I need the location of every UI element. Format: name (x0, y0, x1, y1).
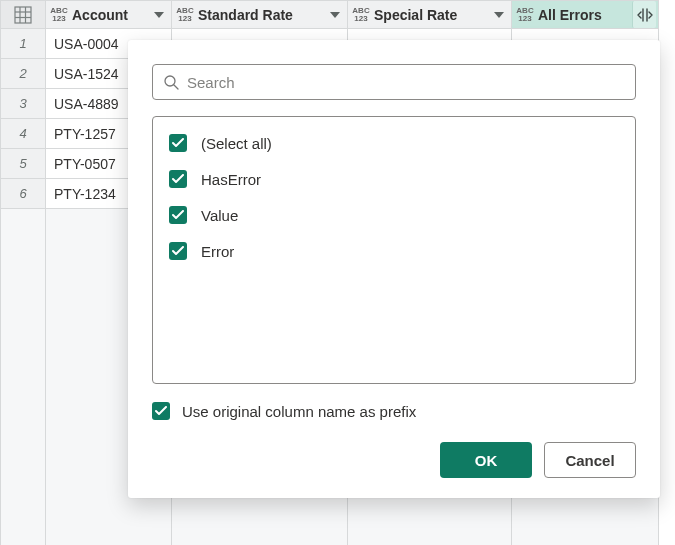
svg-line-6 (174, 85, 178, 89)
table-icon (14, 6, 32, 24)
row-number: 1 (1, 29, 46, 59)
expand-column-dialog: (Select all) HasError Value Error Use or… (128, 40, 660, 498)
column-header-special-rate[interactable]: ABC123 Special Rate (348, 1, 512, 29)
option-label: HasError (201, 171, 261, 188)
use-prefix-option[interactable]: Use original column name as prefix (152, 402, 636, 420)
select-all-cell[interactable] (1, 1, 46, 29)
search-icon (163, 74, 179, 90)
option-error[interactable]: Error (169, 239, 619, 263)
svg-rect-0 (15, 7, 31, 23)
row-number: 5 (1, 149, 46, 179)
option-select-all[interactable]: (Select all) (169, 131, 619, 155)
filter-dropdown-icon[interactable] (149, 5, 169, 25)
filter-dropdown-icon[interactable] (325, 5, 345, 25)
datatype-any-icon: ABC123 (176, 7, 194, 23)
column-label: Special Rate (374, 7, 485, 23)
search-input[interactable] (187, 74, 625, 91)
search-field-wrapper[interactable] (152, 64, 636, 100)
checkbox-checked-icon (169, 242, 187, 260)
checkbox-checked-icon (152, 402, 170, 420)
checkbox-checked-icon (169, 134, 187, 152)
column-label: Account (72, 7, 145, 23)
datatype-any-icon: ABC123 (352, 7, 370, 23)
row-number: 4 (1, 119, 46, 149)
row-number: 6 (1, 179, 46, 209)
datatype-any-icon: ABC123 (50, 7, 68, 23)
use-prefix-label: Use original column name as prefix (182, 403, 416, 420)
option-label: (Select all) (201, 135, 272, 152)
filter-dropdown-icon[interactable] (489, 5, 509, 25)
option-label: Error (201, 243, 234, 260)
option-has-error[interactable]: HasError (169, 167, 619, 191)
checkbox-checked-icon (169, 170, 187, 188)
column-label: Standard Rate (198, 7, 321, 23)
datatype-any-icon: ABC123 (516, 7, 534, 23)
ok-button[interactable]: OK (440, 442, 532, 478)
column-select-list: (Select all) HasError Value Error (152, 116, 636, 384)
checkbox-checked-icon (169, 206, 187, 224)
column-header-account[interactable]: ABC123 Account (46, 1, 172, 29)
cancel-button[interactable]: Cancel (544, 442, 636, 478)
expand-column-icon[interactable] (632, 1, 656, 28)
row-number: 2 (1, 59, 46, 89)
svg-point-5 (165, 76, 175, 86)
column-header-standard-rate[interactable]: ABC123 Standard Rate (172, 1, 348, 29)
option-value[interactable]: Value (169, 203, 619, 227)
column-header-all-errors[interactable]: ABC123 All Errors (512, 1, 659, 29)
dialog-buttons: OK Cancel (152, 442, 636, 478)
option-label: Value (201, 207, 238, 224)
row-number: 3 (1, 89, 46, 119)
column-label: All Errors (538, 7, 628, 23)
